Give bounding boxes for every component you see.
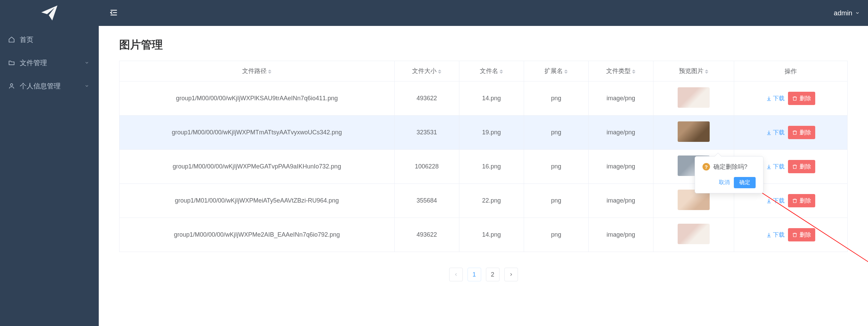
pager-prev-button[interactable] [449, 268, 463, 281]
cell-thumb [653, 82, 734, 116]
table-row: group1/M00/00/00/wKjIjWXPMTmATtsyAATvyxw… [120, 116, 848, 150]
cell-type: image/png [588, 218, 653, 252]
user-name: admin [834, 9, 852, 17]
sidebar-item-profile-manage[interactable]: 个人信息管理 [0, 74, 99, 98]
cell-ext: png [524, 82, 588, 116]
download-button[interactable]: 下载 [766, 94, 785, 102]
delete-button[interactable]: 删除 [788, 92, 815, 105]
page-title: 图片管理 [119, 38, 848, 53]
trash-icon [792, 96, 798, 101]
chevron-right-icon [509, 272, 514, 277]
sort-icon [500, 68, 503, 75]
col-header-thumb[interactable]: 预览图片 [653, 61, 734, 82]
col-header-ext[interactable]: 扩展名 [524, 61, 588, 82]
thumbnail-image[interactable] [678, 121, 710, 142]
content: 图片管理 文件路径 文件大小 文件名 扩展名 文件类型 预览图片 操作 [99, 26, 868, 326]
pager-next-button[interactable] [504, 268, 518, 281]
download-button[interactable]: 下载 [766, 197, 785, 205]
cell-ext: png [524, 218, 588, 252]
chevron-down-icon [84, 60, 89, 65]
cell-name: 14.png [459, 218, 524, 252]
delete-button[interactable]: 删除 [788, 194, 815, 207]
download-icon [766, 232, 772, 238]
thumbnail-image[interactable] [678, 224, 710, 244]
download-icon [766, 198, 772, 204]
collapse-icon [109, 8, 119, 17]
delete-button[interactable]: 删除 [788, 228, 815, 241]
col-header-ops: 操作 [734, 61, 848, 82]
table-wrap: 文件路径 文件大小 文件名 扩展名 文件类型 预览图片 操作 group1/M0… [119, 61, 848, 252]
confirm-cancel-button[interactable]: 取消 [717, 177, 731, 188]
cell-ext: png [524, 116, 588, 150]
paper-plane-icon [40, 4, 59, 22]
download-icon [766, 130, 772, 135]
sort-icon [564, 68, 568, 75]
cell-ops: 下载删除 [734, 116, 848, 150]
cell-type: image/png [588, 82, 653, 116]
confirm-ok-button[interactable]: 确定 [734, 177, 756, 188]
logo [0, 0, 99, 26]
cell-path: group1/M00/00/00/wKjIjWXPlKSAU9trAAeINn7… [120, 82, 395, 116]
col-header-type[interactable]: 文件类型 [588, 61, 653, 82]
pager-page-2[interactable]: 2 [486, 268, 500, 281]
header: admin [99, 0, 868, 26]
table-row: group1/M00/00/00/wKjIjWXPlKSAU9trAAeINn7… [120, 82, 848, 116]
cell-type: image/png [588, 150, 653, 184]
col-header-name[interactable]: 文件名 [459, 61, 524, 82]
download-button[interactable]: 下载 [766, 129, 785, 136]
thumbnail-image[interactable] [678, 87, 710, 108]
sort-icon [438, 68, 441, 75]
trash-icon [792, 232, 798, 238]
cell-ops: 下载删除 [734, 218, 848, 252]
sidebar-item-file-manage[interactable]: 文件管理 [0, 51, 99, 74]
chevron-left-icon [454, 272, 458, 277]
user-menu[interactable]: admin [834, 9, 860, 17]
cell-name: 19.png [459, 116, 524, 150]
delete-button[interactable]: 删除 [788, 160, 815, 173]
pager-page-1[interactable]: 1 [468, 268, 481, 281]
cell-name: 14.png [459, 82, 524, 116]
download-button[interactable]: 下载 [766, 231, 785, 239]
sort-icon [268, 68, 271, 75]
cell-thumb [653, 218, 734, 252]
cell-type: image/png [588, 116, 653, 150]
cell-ext: png [524, 184, 588, 218]
cell-path: group1/M00/00/00/wKjIjWXPMTmATtsyAATvyxw… [120, 116, 395, 150]
trash-icon [792, 198, 798, 204]
col-header-path[interactable]: 文件路径 [120, 61, 395, 82]
sidebar: 首页 文件管理 个人信息管理 [0, 0, 99, 326]
cell-size: 1006228 [394, 150, 459, 184]
cell-name: 16.png [459, 150, 524, 184]
pagination: 1 2 [119, 252, 848, 297]
sidebar-item-label: 首页 [20, 35, 89, 44]
trash-icon [792, 164, 798, 169]
delete-confirm-popover: ? 确定删除吗? 取消 确定 [695, 156, 763, 193]
cell-size: 323531 [394, 116, 459, 150]
sidebar-item-home[interactable]: 首页 [0, 28, 99, 51]
cell-ext: png [524, 150, 588, 184]
sidebar-menu: 首页 文件管理 个人信息管理 [0, 26, 99, 98]
cell-path: group1/M01/00/00/wKjIjWXPMeiATy5eAAVtZBz… [120, 184, 395, 218]
cell-path: group1/M00/00/00/wKjIjWXPMeGATvpPAA9aIKH… [120, 150, 395, 184]
delete-button[interactable]: 删除 [788, 126, 815, 139]
cell-thumb [653, 116, 734, 150]
cell-size: 493622 [394, 82, 459, 116]
trash-icon [792, 130, 798, 135]
home-icon [8, 36, 15, 43]
cell-ops: 下载删除 [734, 82, 848, 116]
download-icon [766, 96, 772, 101]
sort-icon [632, 68, 635, 75]
download-button[interactable]: 下载 [766, 163, 785, 171]
table-header-row: 文件路径 文件大小 文件名 扩展名 文件类型 预览图片 操作 [120, 61, 848, 82]
col-header-size[interactable]: 文件大小 [394, 61, 459, 82]
cell-path: group1/M00/00/00/wKjIjWXPMe2AIB_EAAeINn7… [120, 218, 395, 252]
sidebar-collapse-button[interactable] [109, 8, 119, 18]
cell-type: image/png [588, 184, 653, 218]
cell-size: 355684 [394, 184, 459, 218]
folder-icon [8, 59, 15, 66]
main: admin 图片管理 文件路径 文件大小 文件名 扩展名 文件类型 [99, 0, 868, 326]
cell-name: 22.png [459, 184, 524, 218]
sort-icon [705, 68, 708, 75]
confirm-text: 确定删除吗? [713, 163, 747, 171]
question-icon: ? [703, 163, 710, 171]
